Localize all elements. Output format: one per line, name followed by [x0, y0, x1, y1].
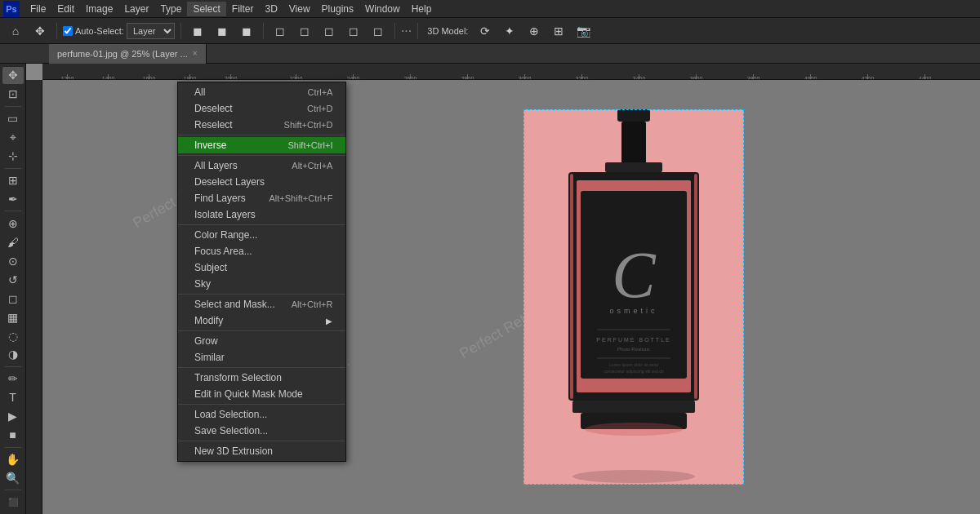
- menu-plugins[interactable]: Plugins: [316, 2, 359, 16]
- brush-tool[interactable]: 🖌: [2, 233, 24, 250]
- menu-window[interactable]: Window: [359, 2, 406, 16]
- menu-item-load-selection[interactable]: Load Selection...: [178, 406, 345, 423]
- menu-file[interactable]: File: [24, 2, 51, 16]
- menu-item-save-selection[interactable]: Save Selection...: [178, 423, 345, 439]
- svg-rect-17: [572, 401, 695, 413]
- menu-edit[interactable]: Edit: [51, 2, 80, 16]
- rtick-3400: 3400: [639, 74, 639, 79]
- toolbar-sep-2: [180, 23, 181, 39]
- menu-item-transform-selection[interactable]: Transform Selection: [178, 370, 345, 386]
- shape-tool[interactable]: ■: [2, 427, 24, 444]
- menu-item-deselect-layers[interactable]: Deselect Layers: [178, 174, 345, 190]
- menu-item-quick-mask[interactable]: Edit in Quick Mask Mode: [178, 386, 345, 402]
- mode-btn-1[interactable]: ⟳: [474, 20, 496, 42]
- history-brush-tool[interactable]: ↺: [2, 271, 24, 288]
- distribute-left-btn[interactable]: ◻: [343, 20, 364, 42]
- toolbar-sep-1: [56, 23, 57, 39]
- menu-layer[interactable]: Layer: [118, 2, 154, 16]
- ruler-top-inner: 1200 1400 1600 1800 2000 2200 2400 2600 …: [42, 64, 980, 79]
- rtick-2200: 2200: [296, 74, 296, 79]
- home-btn[interactable]: ⌂: [5, 20, 26, 42]
- menu-item-subject[interactable]: Subject: [178, 259, 345, 276]
- gradient-tool[interactable]: ▦: [2, 308, 24, 326]
- eraser-tool[interactable]: ◻: [2, 290, 24, 307]
- tool-sep-1: [5, 106, 21, 107]
- menu-item-sky[interactable]: Sky: [178, 276, 345, 292]
- menu-item-reselect[interactable]: Reselect Shift+Ctrl+D: [178, 117, 345, 133]
- dodge-tool[interactable]: ◑: [2, 346, 24, 363]
- menu-item-focus-area[interactable]: Focus Area...: [178, 243, 345, 259]
- auto-select-dropdown[interactable]: Layer Group: [127, 23, 175, 39]
- blur-tool[interactable]: ◌: [2, 327, 24, 344]
- healing-tool[interactable]: ⊕: [2, 215, 24, 232]
- svg-rect-2: [621, 122, 646, 166]
- canvas-area: 1200 1400 1600 1800 2000 2200 2400 2600 …: [26, 64, 980, 514]
- foreground-color[interactable]: ⬛: [2, 494, 24, 511]
- menu-section-3: All Layers Alt+Ctrl+A Deselect Layers Fi…: [178, 156, 345, 225]
- toolbar-sep-4: [394, 23, 395, 39]
- menu-item-all-layers[interactable]: All Layers Alt+Ctrl+A: [178, 157, 345, 174]
- lasso-tool[interactable]: ⌖: [2, 129, 24, 146]
- tool-sep-3: [5, 210, 21, 211]
- menu-help[interactable]: Help: [406, 2, 438, 16]
- align-right-btn[interactable]: ◼: [236, 20, 257, 42]
- pen-tool[interactable]: ✏: [2, 370, 24, 388]
- menu-item-grow[interactable]: Grow: [178, 333, 345, 349]
- menu-section-1: All Ctrl+A Deselect Ctrl+D Reselect Shif…: [178, 82, 345, 135]
- auto-select-checkbox[interactable]: [63, 26, 73, 36]
- svg-text:C: C: [612, 239, 657, 311]
- mode-btn-3[interactable]: ⊕: [523, 20, 545, 42]
- menu-item-color-range[interactable]: Color Range...: [178, 227, 345, 243]
- menu-item-all[interactable]: All Ctrl+A: [178, 84, 345, 100]
- rtick-3000: 3000: [524, 74, 525, 79]
- svg-rect-1: [617, 109, 650, 122]
- menu-section-2: Inverse Shift+Ctrl+I: [178, 135, 345, 156]
- distribute-top-btn[interactable]: ◻: [270, 20, 291, 42]
- path-selection-tool[interactable]: ▶: [2, 408, 24, 425]
- text-tool[interactable]: T: [2, 389, 24, 406]
- crop-tool[interactable]: ⊞: [2, 171, 24, 188]
- move-tool-btn[interactable]: ✥: [29, 20, 51, 42]
- move-tool[interactable]: ✥: [2, 67, 24, 84]
- ruler-left: [26, 80, 42, 514]
- mode-btn-5[interactable]: 📷: [572, 20, 594, 42]
- menu-item-similar[interactable]: Similar: [178, 349, 345, 366]
- menu-item-find-layers[interactable]: Find Layers Alt+Shift+Ctrl+F: [178, 190, 345, 206]
- menu-item-deselect[interactable]: Deselect Ctrl+D: [178, 100, 345, 117]
- distribute-center-btn[interactable]: ◻: [368, 20, 389, 42]
- menu-filter[interactable]: Filter: [226, 2, 260, 16]
- menu-item-inverse[interactable]: Inverse Shift+Ctrl+I: [178, 137, 345, 153]
- zoom-tool[interactable]: 🔍: [2, 469, 24, 486]
- eyedropper-tool[interactable]: ✒: [2, 190, 24, 207]
- left-tool-panel: ✥ ⊡ ▭ ⌖ ⊹ ⊞ ✒ ⊕ 🖌 ⊙ ↺ ◻ ▦ ◌ ◑ ✏ T ▶ ■ ✋ …: [0, 64, 26, 514]
- object-selection-tool[interactable]: ⊹: [2, 148, 24, 165]
- svg-point-19: [585, 423, 683, 436]
- marquee-tool[interactable]: ▭: [2, 110, 24, 127]
- rtick-1200: 1200: [67, 74, 68, 79]
- rtick-2400: 2400: [353, 74, 354, 79]
- menu-type[interactable]: Type: [154, 2, 187, 16]
- menu-select[interactable]: Select: [187, 2, 225, 16]
- distribute-bottom-btn[interactable]: ◻: [318, 20, 340, 42]
- align-left-btn[interactable]: ◼: [187, 20, 208, 42]
- align-center-btn[interactable]: ◼: [212, 20, 233, 42]
- mode-btn-4[interactable]: ⊞: [548, 20, 569, 42]
- menu-section-6: Grow Similar: [178, 331, 345, 368]
- active-tab[interactable]: perfume-01.jpg @ 25% (Layer ... ×: [49, 44, 207, 64]
- hand-tool[interactable]: ✋: [2, 450, 24, 467]
- mode-btn-2[interactable]: ✦: [499, 20, 520, 42]
- menu-view[interactable]: View: [283, 2, 316, 16]
- artboard-tool[interactable]: ⊡: [2, 86, 24, 103]
- menu-image[interactable]: Image: [80, 2, 118, 16]
- menu-item-select-mask[interactable]: Select and Mask... Alt+Ctrl+R: [178, 296, 345, 312]
- menu-3d[interactable]: 3D: [259, 2, 283, 16]
- tab-close-btn[interactable]: ×: [193, 49, 198, 58]
- distribute-mid-btn[interactable]: ◻: [294, 20, 315, 42]
- menu-item-modify[interactable]: Modify ▶: [178, 312, 345, 329]
- more-options-btn[interactable]: ···: [401, 24, 412, 38]
- stamp-tool[interactable]: ⊙: [2, 252, 24, 269]
- menu-item-isolate-layers[interactable]: Isolate Layers: [178, 206, 345, 223]
- menu-item-3d-extrusion[interactable]: New 3D Extrusion: [178, 443, 345, 459]
- svg-text:consectetur adipiscing elit se: consectetur adipiscing elit sed do: [604, 369, 664, 374]
- rtick-3600: 3600: [696, 74, 697, 79]
